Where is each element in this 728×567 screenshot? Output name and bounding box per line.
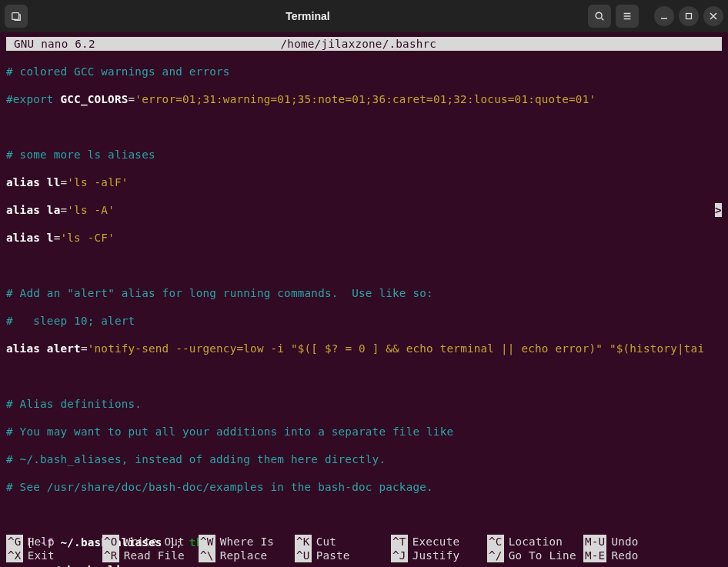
svg-rect-2 <box>686 14 692 19</box>
shortcut-redo[interactable]: M-ERedo <box>583 549 645 562</box>
shortcut-readfile[interactable]: ^RRead File <box>102 549 199 562</box>
shortcut-paste[interactable]: ^UPaste <box>295 549 391 562</box>
close-button[interactable] <box>703 6 723 26</box>
window-titlebar: Terminal <box>0 0 728 32</box>
shortcut-row-2: ^XExit ^RRead File ^\Replace ^UPaste ^JJ… <box>6 549 722 562</box>
shortcut-exit[interactable]: ^XExit <box>6 549 102 562</box>
shortcut-row-1: ^GHelp ^OWrite Out ^WWhere Is ^KCut ^TEx… <box>6 535 722 549</box>
window-title: Terminal <box>28 10 588 22</box>
nano-filepath: /home/jilaxzone/.bashrc <box>95 37 622 51</box>
hamburger-menu-button[interactable] <box>616 5 639 28</box>
terminal-area[interactable]: GNU nano 6.2 /home/jilaxzone/.bashrc # c… <box>0 32 728 567</box>
shortcut-help[interactable]: ^GHelp <box>6 535 102 549</box>
nano-titlebar: GNU nano 6.2 /home/jilaxzone/.bashrc <box>6 37 722 51</box>
shortcut-execute[interactable]: ^TExecute <box>391 535 487 549</box>
shortcut-whereis[interactable]: ^WWhere Is <box>199 535 295 549</box>
svg-point-1 <box>596 12 602 18</box>
new-tab-button[interactable] <box>5 5 28 28</box>
maximize-button[interactable] <box>679 6 699 26</box>
line-overflow-indicator: > <box>715 203 722 217</box>
minimize-button[interactable] <box>654 6 674 26</box>
nano-version: GNU nano 6.2 <box>14 37 95 51</box>
shortcut-cut[interactable]: ^KCut <box>295 535 391 549</box>
nano-shortcut-bar: ^GHelp ^OWrite Out ^WWhere Is ^KCut ^TEx… <box>6 535 722 562</box>
shortcut-undo[interactable]: M-UUndo <box>583 535 645 549</box>
shortcut-location[interactable]: ^CLocation <box>487 535 583 549</box>
shortcut-justify[interactable]: ^JJustify <box>391 549 487 562</box>
shortcut-goto[interactable]: ^/Go To Line <box>487 549 583 562</box>
editor-content[interactable]: # colored GCC warnings and errors #expor… <box>6 51 722 567</box>
shortcut-replace[interactable]: ^\Replace <box>199 549 295 562</box>
svg-rect-0 <box>12 13 19 20</box>
shortcut-writeout[interactable]: ^OWrite Out <box>102 535 199 549</box>
search-button[interactable] <box>588 5 611 28</box>
